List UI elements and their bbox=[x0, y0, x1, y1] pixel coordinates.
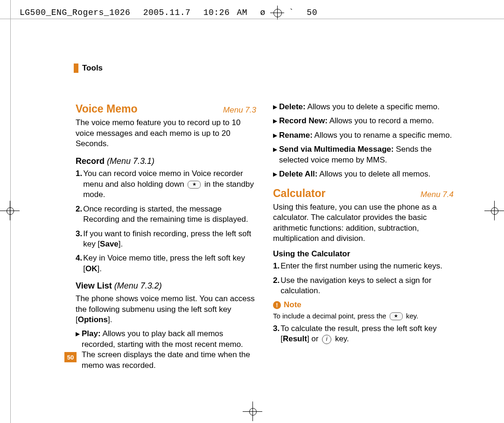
crop-page-seq: 50 bbox=[307, 8, 317, 17]
star-key-icon: ★ bbox=[390, 312, 403, 320]
bullet-icon: ▶ bbox=[273, 169, 277, 179]
calculator-heading: Calculator bbox=[273, 186, 325, 200]
registration-mark-icon bbox=[270, 6, 284, 20]
voice-memo-heading: Voice Memo bbox=[76, 102, 138, 116]
voice-memo-intro: The voice memo feature you to record up … bbox=[76, 118, 256, 149]
calculator-item-2: 2. Use the navigation keys to select a s… bbox=[273, 275, 454, 296]
registration-target-left-icon bbox=[0, 201, 20, 220]
record-item-1: 1. You can record voice memo in Voice re… bbox=[76, 169, 256, 200]
play-bullet: ▶ Play: Allows you to play back all memo… bbox=[76, 329, 256, 371]
crop-extra2: ` bbox=[289, 8, 294, 17]
record-item-2: 2. Once recording is started, the messag… bbox=[76, 204, 256, 225]
record-item-3: 3. If you want to finish recording, pres… bbox=[76, 229, 256, 250]
bullet-icon: ▶ bbox=[273, 130, 277, 141]
bullet-icon: ▶ bbox=[273, 144, 277, 165]
calculator-item-3: 3. To calculate the result, press the le… bbox=[273, 324, 454, 345]
bullet-icon: ▶ bbox=[76, 329, 80, 371]
viewlist-heading: View List (Menu 7.3.2) bbox=[76, 281, 256, 292]
calculator-intro: Using this feature, you can use the phon… bbox=[273, 202, 454, 244]
page-number: 50 bbox=[67, 354, 74, 361]
calculator-item-1: 1. Enter the first number using the nume… bbox=[273, 261, 454, 271]
note-body: To include a decimal point, press the ★ … bbox=[273, 311, 454, 321]
calculator-menu-ref: Menu 7.4 bbox=[420, 190, 454, 200]
delete-bullet: ▶ Delete: Allows you to delete a specifi… bbox=[273, 102, 454, 112]
bullet-icon: ▶ bbox=[273, 116, 277, 126]
registration-target-right-icon bbox=[484, 201, 504, 220]
crop-file: LG500_ENG_Rogers_1026 bbox=[20, 8, 130, 17]
record-new-bullet: ▶ Record New: Allows you to record a mem… bbox=[273, 116, 454, 126]
rename-bullet: ▶ Rename: Allows you to rename a specifi… bbox=[273, 130, 454, 141]
delete-all-bullet: ▶ Delete All: Allows you to delete all m… bbox=[273, 169, 454, 179]
star-key-icon: ★ bbox=[188, 181, 201, 189]
left-column: Voice Memo Menu 7.3 The voice memo featu… bbox=[76, 102, 256, 374]
crop-header: LG500_ENG_Rogers_1026 2005.11.7 10:26 AM… bbox=[20, 6, 317, 20]
section-title: Tools bbox=[82, 63, 103, 73]
crop-extra1: ø bbox=[260, 8, 265, 17]
section-header: Tools bbox=[74, 63, 103, 73]
voice-memo-menu-ref: Menu 7.3 bbox=[223, 105, 256, 115]
crop-time: 10:26 AM bbox=[203, 8, 247, 17]
crop-date: 2005.11.7 bbox=[143, 8, 191, 17]
record-item-4: 4. Key in Voice memo title, press the le… bbox=[76, 253, 256, 274]
record-heading: Record (Menu 7.3.1) bbox=[76, 156, 256, 167]
page-number-badge: 50 bbox=[64, 352, 77, 362]
note-header: ! Note bbox=[273, 300, 454, 310]
section-bar-icon bbox=[74, 63, 78, 73]
bullet-icon: ▶ bbox=[273, 102, 277, 112]
viewlist-intro: The phone shows voice memo list. You can… bbox=[76, 294, 256, 325]
send-mms-bullet: ▶ Send via Multimedia Message: Sends the… bbox=[273, 144, 454, 165]
right-column: ▶ Delete: Allows you to delete a specifi… bbox=[273, 102, 454, 374]
registration-target-bottom-icon bbox=[243, 402, 262, 421]
note-icon: ! bbox=[273, 301, 281, 309]
crop-line-top bbox=[0, 19, 504, 19]
using-calculator-heading: Using the Calculator bbox=[273, 249, 454, 259]
info-key-icon: i bbox=[322, 335, 331, 344]
